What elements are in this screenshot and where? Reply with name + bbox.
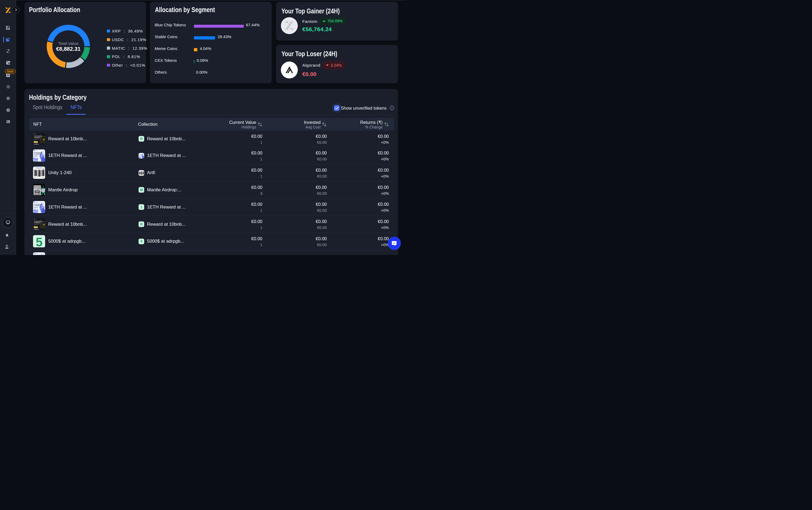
svg-text:AIRDROP: AIRDROP xyxy=(140,155,142,155)
svg-text:YOU'VE WON THE: YOU'VE WON THE xyxy=(34,221,42,222)
svg-text:1 ETH: 1 ETH xyxy=(34,210,38,211)
svg-text:108NB.ORG: 108NB.ORG xyxy=(34,229,39,230)
svg-text:Salman Khan: Salman Khan xyxy=(140,170,143,171)
svg-text:5: 5 xyxy=(36,235,42,248)
svg-text:3000$: 3000$ xyxy=(35,191,39,192)
svg-text:AIRDROP: AIRDROP xyxy=(36,222,41,223)
svg-text:%: % xyxy=(7,86,9,88)
svg-text:to claim: to claim xyxy=(35,189,39,190)
svg-text:1 ETH: 1 ETH xyxy=(139,157,141,158)
svg-text:ETH: ETH xyxy=(34,153,36,155)
svg-text:ETH: ETH xyxy=(34,205,36,206)
svg-text:YOU'VE WON THE: YOU'VE WON THE xyxy=(139,154,143,154)
svg-text:AIRDROP: AIRDROP xyxy=(36,153,41,155)
svg-text:mantle-airdrop.org: mantle-airdrop.org xyxy=(34,194,40,195)
svg-text:worth of $MNT!: worth of $MNT! xyxy=(34,193,41,194)
svg-text:TEASER: TEASER xyxy=(42,169,45,170)
svg-text:10 BNB: 10 BNB xyxy=(34,227,38,228)
svg-text:Salman Khan: Salman Khan xyxy=(35,167,43,168)
svg-text:1 ETH: 1 ETH xyxy=(34,159,38,160)
svg-text:10 BNB: 10 BNB xyxy=(34,142,38,143)
svg-text:108NB.PRO: 108NB.PRO xyxy=(34,144,39,145)
svg-text:YOU'VE WON THE: YOU'VE WON THE xyxy=(34,136,42,137)
svg-text:Mantle Airdrop: Mantle Airdrop xyxy=(34,186,41,187)
svg-text:You are eligible: You are eligible xyxy=(34,188,41,189)
svg-text:AIRDROP: AIRDROP xyxy=(36,205,41,206)
svg-text:AIRDROP: AIRDROP xyxy=(36,137,41,138)
